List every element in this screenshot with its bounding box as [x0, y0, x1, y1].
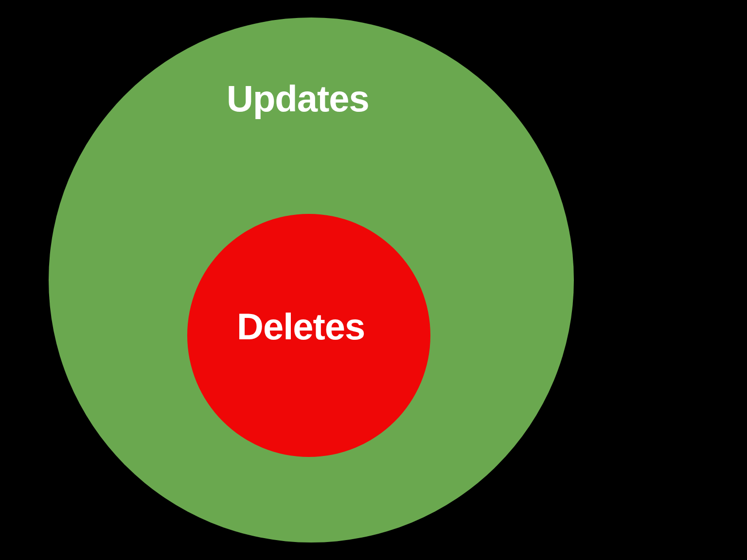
deletes-label: Deletes [237, 305, 365, 348]
updates-label: Updates [227, 77, 369, 120]
